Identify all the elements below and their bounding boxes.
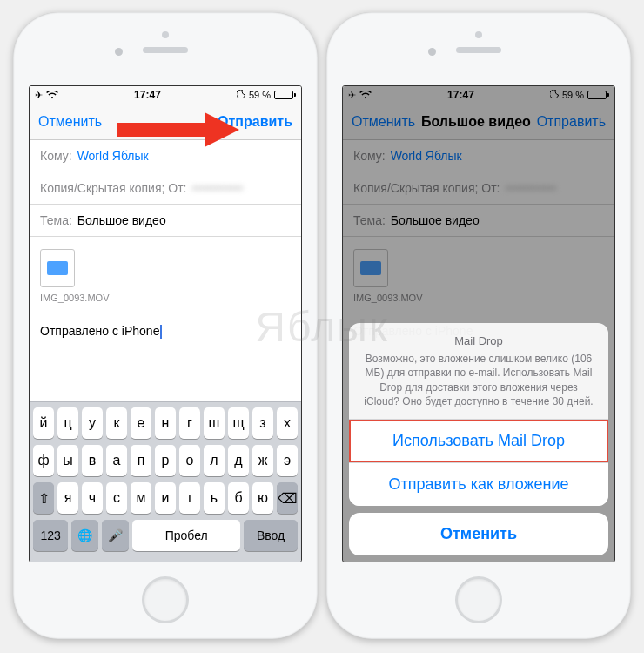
key-д[interactable]: д bbox=[228, 445, 249, 476]
speaker bbox=[143, 47, 188, 53]
key-х[interactable]: х bbox=[277, 407, 298, 439]
proximity-sensor bbox=[162, 31, 169, 38]
key-у[interactable]: у bbox=[82, 407, 103, 439]
screen-right: ✈ 17:47 59 % Отменить bbox=[342, 85, 615, 562]
key-ж[interactable]: ж bbox=[252, 445, 273, 476]
keyboard-row-2: фывапролджэ bbox=[33, 445, 298, 476]
key-л[interactable]: л bbox=[204, 445, 225, 476]
wifi-icon bbox=[46, 91, 58, 99]
phone-right: ✈ 17:47 59 % Отменить bbox=[326, 12, 631, 639]
key-з[interactable]: з bbox=[252, 407, 273, 439]
key-ш[interactable]: ш bbox=[204, 407, 225, 439]
use-maildrop-button[interactable]: Использовать Mail Drop bbox=[349, 420, 608, 463]
key-ы[interactable]: ы bbox=[57, 445, 78, 476]
keyboard-row-3: ⇧ячсмитьбю⌫ bbox=[33, 482, 298, 514]
space-key[interactable]: Пробел bbox=[132, 520, 240, 551]
phone-left: ✈ 17:47 59 % Отменить bbox=[13, 12, 318, 639]
cancel-button[interactable]: Отменить bbox=[38, 114, 102, 130]
to-label: Кому: bbox=[40, 149, 72, 163]
front-camera bbox=[115, 48, 123, 56]
battery-icon bbox=[274, 91, 296, 99]
subject-value: Большое видео bbox=[77, 213, 166, 227]
key-б[interactable]: б bbox=[228, 482, 249, 514]
airplane-icon: ✈ bbox=[35, 90, 43, 101]
compose-body[interactable]: IMG_0093.MOV Отправлено с iPhone bbox=[30, 237, 301, 401]
key-ю[interactable]: ю bbox=[252, 482, 273, 514]
proximity-sensor bbox=[475, 31, 482, 38]
to-row[interactable]: Кому: World Яблык bbox=[30, 140, 301, 172]
key-в[interactable]: в bbox=[82, 445, 103, 476]
compose-nav: Отменить Отправить bbox=[30, 104, 301, 140]
keyboard-row-1: йцукенгшщзх bbox=[33, 407, 298, 439]
key-и[interactable]: и bbox=[155, 482, 176, 514]
enter-key[interactable]: Ввод bbox=[244, 520, 298, 551]
key-я[interactable]: я bbox=[57, 482, 78, 514]
screen-left: ✈ 17:47 59 % Отменить bbox=[29, 85, 302, 562]
globe-key[interactable]: 🌐 bbox=[71, 520, 98, 551]
text-cursor bbox=[160, 325, 162, 339]
sheet-cancel-button[interactable]: Отменить bbox=[349, 513, 608, 555]
key-а[interactable]: а bbox=[106, 445, 127, 476]
mic-key[interactable]: 🎤 bbox=[102, 520, 129, 551]
subject-label: Тема: bbox=[40, 213, 72, 227]
key-р[interactable]: р bbox=[155, 445, 176, 476]
subject-row[interactable]: Тема: Большое видео bbox=[30, 205, 301, 237]
backspace-key[interactable]: ⌫ bbox=[277, 482, 298, 514]
keyboard: йцукенгшщзх фывапролджэ ⇧ячсмитьбю⌫ 123 … bbox=[30, 401, 301, 562]
key-с[interactable]: с bbox=[106, 482, 127, 514]
sheet-message: Возможно, это вложение слишком велико (1… bbox=[363, 352, 594, 408]
key-й[interactable]: й bbox=[33, 407, 54, 439]
front-camera bbox=[428, 48, 436, 56]
sheet-header: Mail Drop Возможно, это вложение слишком… bbox=[349, 323, 608, 420]
key-п[interactable]: п bbox=[131, 445, 151, 476]
sheet-title: Mail Drop bbox=[363, 333, 594, 349]
attachment-icon[interactable] bbox=[40, 249, 75, 287]
key-е[interactable]: е bbox=[131, 407, 151, 439]
key-о[interactable]: о bbox=[179, 445, 200, 476]
cc-label: Копия/Скрытая копия; От: bbox=[40, 181, 186, 195]
cc-row[interactable]: Копия/Скрытая копия; От: •••••••••••• bbox=[30, 172, 301, 205]
attachment-name: IMG_0093.MOV bbox=[40, 293, 291, 303]
shift-key[interactable]: ⇧ bbox=[33, 482, 54, 514]
key-н[interactable]: н bbox=[155, 407, 176, 439]
speaker bbox=[456, 47, 501, 53]
keyboard-row-4: 123 🌐 🎤 Пробел Ввод bbox=[33, 520, 298, 551]
key-ч[interactable]: ч bbox=[82, 482, 103, 514]
status-time: 17:47 bbox=[134, 89, 161, 101]
key-т[interactable]: т bbox=[179, 482, 200, 514]
home-button[interactable] bbox=[142, 576, 189, 623]
battery-percent: 59 % bbox=[249, 90, 271, 100]
cc-value: •••••••••••• bbox=[191, 181, 243, 195]
home-button[interactable] bbox=[455, 576, 502, 623]
status-bar: ✈ 17:47 59 % bbox=[30, 86, 301, 104]
key-м[interactable]: м bbox=[131, 482, 151, 514]
key-ь[interactable]: ь bbox=[204, 482, 225, 514]
key-ц[interactable]: ц bbox=[57, 407, 78, 439]
key-к[interactable]: к bbox=[106, 407, 127, 439]
send-as-attachment-button[interactable]: Отправить как вложение bbox=[349, 463, 608, 506]
key-ф[interactable]: ф bbox=[33, 445, 54, 476]
key-э[interactable]: э bbox=[277, 445, 298, 476]
to-value: World Яблык bbox=[77, 149, 149, 163]
numbers-key[interactable]: 123 bbox=[33, 520, 68, 551]
signature-text: Отправлено с iPhone bbox=[40, 324, 291, 339]
key-г[interactable]: г bbox=[179, 407, 200, 439]
send-button[interactable]: Отправить bbox=[218, 114, 292, 130]
dnd-moon-icon bbox=[237, 90, 245, 100]
action-sheet: Mail Drop Возможно, это вложение слишком… bbox=[349, 323, 608, 555]
key-щ[interactable]: щ bbox=[228, 407, 249, 439]
